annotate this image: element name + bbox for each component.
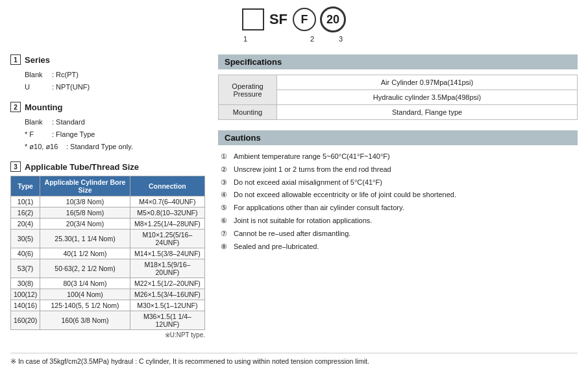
series-row-u: U : NPT(UNF)	[25, 81, 205, 93]
cell-bore: 80(3 1/4 Nom)	[40, 278, 130, 289]
cell-bore: 16(5/8 Nom)	[40, 207, 130, 219]
table-row: 160(20)160(6 3/8 Nom)M36×1.5(1 1/4–12UNF…	[11, 311, 205, 330]
list-item: ①Ambient temperature range 5~60°C(41°F~1…	[221, 150, 578, 163]
caution-number: ⑤	[221, 202, 231, 215]
model-circle-20: 20	[320, 6, 346, 32]
caution-text: Sealed and pre–lubricated.	[234, 241, 319, 254]
table-row: 40(6)40(1 1/2 Nom)M14×1.5(3/8–24UNF)	[11, 248, 205, 259]
tube-table-section: 3 Applicable Tube/Thread Size Type Appli…	[10, 161, 205, 338]
list-item: ③Do not exceed axial misalignment of 5°C…	[221, 176, 578, 189]
cell-bore: 25.30(1, 1 1/4 Nom)	[40, 230, 130, 248]
caution-number: ⑥	[221, 215, 231, 228]
cell-connection: M18×1.5(9/16–20UNF)	[130, 259, 204, 278]
tube-title-text: Applicable Tube/Thread Size	[25, 162, 139, 172]
model-sf-label: SF	[269, 11, 288, 28]
mounting-f-value: : Flange Type	[52, 128, 95, 141]
list-item: ②Unscrew joint 1 or 2 turns from the end…	[221, 163, 578, 176]
cell-type: 40(6)	[11, 248, 40, 259]
caution-text: Cannot be re–used after dismantling.	[234, 228, 350, 241]
model-circle-f: F	[293, 8, 316, 31]
operating-pressure-hydraulic: Hydraulic cylinder 3.5Mpa(498psi)	[277, 90, 578, 105]
caution-number: ③	[221, 176, 231, 189]
header-section: SF F 20 1 2 3	[10, 6, 578, 43]
main-layout: 1 Series Blank : Rc(PT) U : NPT(UNF) 2	[10, 54, 578, 345]
cell-type: 20(4)	[11, 219, 40, 230]
mounting-row-phi: * ø10, ø16 : Standard Type only.	[25, 141, 205, 153]
specifications-section: Specifications Operating Pressure Air Cy…	[218, 54, 578, 120]
col-bore: Applicable Cylinder Bore Size	[40, 176, 130, 196]
spec-operating-pressure-row1: Operating Pressure Air Cylinder 0.97Mpa(…	[219, 75, 578, 90]
cell-type: 10(1)	[11, 196, 40, 207]
model-f-label: F	[301, 13, 308, 27]
right-panel: Specifications Operating Pressure Air Cy…	[218, 54, 578, 345]
table-row: 20(4)20(3/4 Nom)M8×1.25(1/4–28UNF)	[11, 219, 205, 230]
series-blank-key: Blank	[25, 69, 49, 81]
mounting-section: 2 Mounting Blank : Standard * F : Flange…	[10, 102, 205, 152]
col-connection: Connection	[130, 176, 204, 196]
tube-title-row: 3 Applicable Tube/Thread Size	[10, 161, 205, 172]
table-row: 53(7)50·63(2, 2 1/2 Nom)M18×1.5(9/16–20U…	[11, 259, 205, 278]
mounting-title: 2 Mounting	[10, 102, 205, 112]
table-row: 10(1)10(3/8 Nom)M4×0.7(6–40UNF)	[11, 196, 205, 207]
cell-type: 53(7)	[11, 259, 40, 278]
series-u-key: U	[25, 81, 49, 93]
model-num-3: 3	[328, 35, 354, 43]
cell-bore: 10(3/8 Nom)	[40, 196, 130, 207]
model-num-1: 1	[234, 35, 256, 43]
cautions-header: Cautions	[218, 130, 578, 145]
caution-number: ④	[221, 189, 231, 202]
series-section: 1 Series Blank : Rc(PT) U : NPT(UNF)	[10, 54, 205, 93]
table-row: 30(8)80(3 1/4 Nom)M22×1.5(1/2–20UNF)	[11, 278, 205, 289]
series-blank-value: : Rc(PT)	[52, 69, 79, 81]
series-row-blank: Blank : Rc(PT)	[25, 69, 205, 81]
series-title-text: Series	[25, 55, 50, 65]
series-num-box: 1	[10, 54, 21, 65]
mounting-phi-value: : Standard Type only.	[66, 141, 133, 153]
model-box	[242, 8, 264, 30]
cell-type: 16(2)	[11, 207, 40, 219]
table-note: ※U:NPT type.	[10, 331, 205, 338]
cell-connection: M4×0.7(6–40UNF)	[130, 196, 204, 207]
caution-text: Unscrew joint 1 or 2 turns from the end …	[234, 163, 391, 176]
mounting-row-f: * F : Flange Type	[25, 128, 205, 141]
footer-note: ※ In case of 35kgf/cm2(3.5MPa) hydraul :…	[10, 353, 578, 365]
list-item: ④Do not exceed allowable eccentricity or…	[221, 189, 578, 202]
cell-connection: M14×1.5(3/8–24UNF)	[130, 248, 204, 259]
cautions-section: Cautions ①Ambient temperature range 5~60…	[218, 130, 578, 253]
mounting-f-key: * F	[25, 128, 49, 141]
caution-text: Joint is not suitable for rotation appli…	[234, 215, 372, 228]
mounting-blank-value: : Standard	[52, 116, 85, 128]
cell-connection: M36×1.5(1 1/4–12UNF)	[130, 311, 204, 330]
cell-type: 140(16)	[11, 300, 40, 311]
list-item: ⑤For applications other than air cylinde…	[221, 202, 578, 215]
mounting-row-blank: Blank : Standard	[25, 116, 205, 128]
cell-connection: M26×1.5(3/4–16UNF)	[130, 289, 204, 300]
specifications-table: Operating Pressure Air Cylinder 0.97Mpa(…	[218, 75, 578, 120]
operating-pressure-air: Air Cylinder 0.97Mpa(141psi)	[277, 75, 578, 90]
cell-bore: 50·63(2, 2 1/2 Nom)	[40, 259, 130, 278]
mounting-value: Standard, Flange type	[277, 105, 578, 120]
list-item: ⑥Joint is not suitable for rotation appl…	[221, 215, 578, 228]
model-bottom: 1 2 3	[234, 35, 354, 43]
cell-connection: M22×1.5(1/2–20UNF)	[130, 278, 204, 289]
mounting-label: Mounting	[219, 105, 277, 120]
model-num-2: 2	[300, 35, 324, 43]
model-top: SF F 20	[242, 6, 346, 32]
specifications-header: Specifications	[218, 54, 578, 69]
mounting-blank-key: Blank	[25, 116, 49, 128]
table-row: 30(5)25.30(1, 1 1/4 Nom)M10×1.25(5/16–24…	[11, 230, 205, 248]
model-code: SF F 20 1 2 3	[234, 6, 354, 43]
caution-number: ⑧	[221, 241, 231, 254]
left-panel: 1 Series Blank : Rc(PT) U : NPT(UNF) 2	[10, 54, 205, 345]
cell-bore: 160(6 3/8 Nom)	[40, 311, 130, 330]
spec-mounting-row: Mounting Standard, Flange type	[219, 105, 578, 120]
caution-text: Ambient temperature range 5~60°C(41°F~14…	[234, 150, 390, 163]
caution-number: ⑦	[221, 228, 231, 241]
model-20-label: 20	[326, 13, 339, 27]
caution-number: ①	[221, 150, 231, 163]
cell-connection: M5×0.8(10–32UNF)	[130, 207, 204, 219]
col-type: Type	[11, 176, 40, 196]
tube-num-box: 3	[10, 161, 21, 172]
table-header-row: Type Applicable Cylinder Bore Size Conne…	[11, 176, 205, 196]
series-u-value: : NPT(UNF)	[52, 81, 90, 93]
